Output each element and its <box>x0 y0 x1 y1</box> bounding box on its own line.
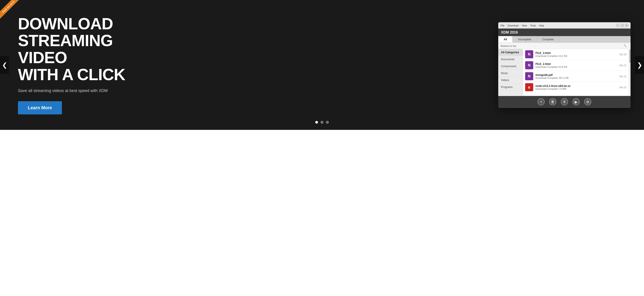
app-header: XDM 2016 <box>498 29 630 36</box>
settings-button[interactable]: ⚙ <box>584 98 591 106</box>
app-screenshot: File Download View Tools Help − □ ✕ XDM … <box>498 22 630 108</box>
scrollbar-thumb <box>629 49 630 63</box>
below-hero-section <box>0 130 644 170</box>
sidebar-item-all-categories[interactable]: All Categories <box>498 49 523 56</box>
download-list: N FILE_3.html Download Complete 10,2 KB … <box>523 49 629 96</box>
filter-label: Newest on top <box>500 44 516 47</box>
file-date-0: Okt 28 <box>619 53 626 56</box>
search-icon: 🔍 <box>624 44 627 47</box>
file-info-3: node-v4.6.1-linux-x64.tar.xz Download Co… <box>536 84 617 90</box>
file-name-3: node-v4.6.1-linux-x64.tar.xz <box>536 84 617 88</box>
filter-bar: Newest on top 🔍 <box>498 43 630 49</box>
file-name-1: FILE_2.html <box>536 62 617 66</box>
file-name-2: mongodb.pdf <box>536 73 617 77</box>
next-slide-button[interactable]: ❯ <box>635 56 644 74</box>
file-name-0: FILE_3.html <box>536 51 617 55</box>
sidebar-item-documents[interactable]: Documents <box>498 56 523 63</box>
menu-tools[interactable]: Tools <box>530 24 536 27</box>
app-tabs: All Incomplete Complete <box>498 36 630 43</box>
file-date-3: Okt 21 <box>619 86 626 89</box>
dot-2[interactable] <box>321 121 323 124</box>
file-status-2: Download Complete 187,2 KB <box>536 77 617 79</box>
menu-view[interactable]: View <box>522 24 527 27</box>
sidebar-item-music[interactable]: Music <box>498 70 523 77</box>
carousel-dots <box>315 121 329 124</box>
close-button[interactable]: ✕ <box>625 24 628 27</box>
tab-all[interactable]: All <box>498 36 512 42</box>
file-status-3: Download Complete 7,9 MB <box>536 88 617 90</box>
tab-incomplete[interactable]: Incomplete <box>512 36 537 42</box>
hero-title-line1: DOWNLOAD <box>18 15 113 33</box>
minimize-button[interactable]: − <box>616 24 619 27</box>
app-sidebar: All Categories Documents Compressed Musi… <box>498 49 523 96</box>
file-info-1: FILE_2.html Download Complete 43,8 KB <box>536 62 617 68</box>
maximize-button[interactable]: □ <box>621 24 624 27</box>
download-item-1[interactable]: N FILE_2.html Download Complete 43,8 KB … <box>523 60 629 71</box>
window-controls: − □ ✕ <box>616 24 628 27</box>
tab-complete[interactable]: Complete <box>537 36 559 42</box>
hero-subtitle: Save all streaming videos at best speed … <box>18 88 139 93</box>
play-button[interactable]: ▶ <box>572 98 580 106</box>
delete-button[interactable]: 🗑 <box>549 98 556 106</box>
sidebar-item-compressed[interactable]: Compressed <box>498 63 523 70</box>
download-item-0[interactable]: N FILE_3.html Download Complete 10,2 KB … <box>523 49 629 60</box>
learn-more-button[interactable]: Learn More <box>18 101 62 114</box>
file-icon-1: N <box>525 61 533 69</box>
file-icon-2: N <box>525 72 533 80</box>
chevron-left-icon: ❮ <box>2 61 7 69</box>
file-date-2: Okt 21 <box>619 75 626 78</box>
prev-slide-button[interactable]: ❮ <box>0 56 9 74</box>
menu-help[interactable]: Help <box>539 24 544 27</box>
menu-file[interactable]: File <box>500 24 504 27</box>
add-download-button[interactable]: + <box>538 98 545 106</box>
file-date-1: Okt 21 <box>619 64 626 67</box>
hero-title-line3: WITH A CLICK <box>18 66 125 84</box>
download-item-3[interactable]: e node-v4.6.1-linux-x64.tar.xz Download … <box>523 82 629 93</box>
sidebar-item-programs[interactable]: Programs <box>498 84 523 91</box>
download-item-2[interactable]: N mongodb.pdf Download Complete 187,2 KB… <box>523 71 629 82</box>
file-info-0: FILE_3.html Download Complete 10,2 KB <box>536 51 617 57</box>
app-menu: File Download View Tools Help <box>500 24 544 27</box>
dot-3[interactable] <box>326 121 329 124</box>
app-toolbar: + 🗑 ⏸ ▶ ⚙ <box>498 96 630 108</box>
app-title: XDM 2016 <box>501 30 518 34</box>
file-info-2: mongodb.pdf Download Complete 187,2 KB <box>536 73 617 79</box>
file-icon-3: e <box>525 83 533 91</box>
chevron-right-icon: ❯ <box>637 61 642 69</box>
dot-1[interactable] <box>315 121 318 124</box>
hero-title-line2: STREAMING VIDEO <box>18 31 113 66</box>
menu-download[interactable]: Download <box>508 24 519 27</box>
list-scrollbar[interactable] <box>629 49 630 96</box>
ribbon-text: Fork me on G <box>0 0 20 19</box>
file-icon-0: N <box>525 50 533 58</box>
hero-content: DOWNLOAD STREAMING VIDEO WITH A CLICK Sa… <box>0 2 157 128</box>
hero-section: Fork me on G DOWNLOAD STREAMING VIDEO WI… <box>0 0 644 130</box>
pause-button[interactable]: ⏸ <box>561 98 568 106</box>
search-box[interactable]: 🔍 <box>622 44 628 48</box>
hero-title: DOWNLOAD STREAMING VIDEO WITH A CLICK <box>18 15 139 83</box>
app-titlebar: File Download View Tools Help − □ ✕ <box>498 22 630 29</box>
github-ribbon[interactable]: Fork me on G <box>0 0 20 20</box>
file-status-1: Download Complete 43,8 KB <box>536 66 617 68</box>
sidebar-item-videos[interactable]: Videos <box>498 77 523 84</box>
file-status-0: Download Complete 10,2 KB <box>536 55 617 57</box>
app-body: All Categories Documents Compressed Musi… <box>498 49 630 96</box>
